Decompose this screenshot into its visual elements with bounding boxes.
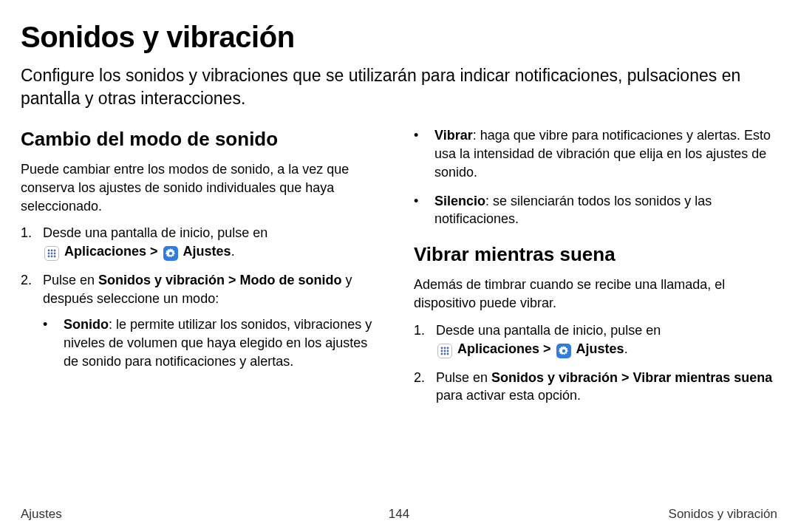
svg-point-10 bbox=[441, 347, 443, 349]
left-step-2: Pulse en Sonidos y vibración > Modo de s… bbox=[21, 271, 384, 381]
mode-list-right: Vibrar: haga que vibre para notificacion… bbox=[414, 126, 777, 228]
right-column: Vibrar: haga que vibre para notificacion… bbox=[414, 126, 777, 415]
left-intro-para: Puede cambiar entre los modos de sonido,… bbox=[21, 160, 384, 215]
right-step1-apps: Aplicaciones bbox=[457, 341, 539, 356]
footer-page-number: 144 bbox=[389, 507, 409, 522]
left-step-1: Desde una pantalla de inicio, pulse en A… bbox=[21, 224, 384, 261]
svg-point-0 bbox=[48, 250, 50, 252]
mode-vibrar-bold: Vibrar bbox=[434, 128, 473, 143]
left-step1-period: . bbox=[231, 244, 235, 259]
right-step2-c: para activar esta opción. bbox=[436, 388, 581, 403]
page-title: Sonidos y vibración bbox=[21, 21, 777, 54]
right-step-2: Pulse en Sonidos y vibración > Vibrar mi… bbox=[414, 369, 777, 406]
svg-point-16 bbox=[441, 352, 443, 355]
svg-point-19 bbox=[562, 349, 565, 352]
apps-icon bbox=[44, 246, 59, 261]
svg-point-11 bbox=[444, 347, 446, 349]
settings-icon bbox=[556, 344, 571, 358]
left-step1-settings: Ajustes bbox=[183, 244, 231, 259]
left-step2-a: Pulse en bbox=[43, 273, 98, 287]
svg-point-12 bbox=[447, 347, 449, 349]
svg-point-3 bbox=[48, 253, 50, 255]
svg-point-18 bbox=[447, 352, 449, 355]
svg-point-1 bbox=[51, 250, 53, 252]
mode-list-left: Sonido: le permite utilizar los sonidos,… bbox=[43, 316, 384, 370]
mode-sonido-rest: : le permite utilizar los sonidos, vibra… bbox=[64, 317, 372, 369]
left-step1-apps: Aplicaciones bbox=[64, 244, 146, 259]
right-step1-sep: > bbox=[539, 341, 555, 356]
left-column: Cambio del modo de sonido Puede cambiar … bbox=[21, 126, 384, 415]
mode-vibrar: Vibrar: haga que vibre para notificacion… bbox=[414, 126, 777, 181]
page-footer: Ajustes 144 Sonidos y vibración bbox=[21, 507, 777, 522]
settings-icon bbox=[163, 246, 178, 261]
right-step2-b: Sonidos y vibración > Vibrar mientras su… bbox=[491, 370, 772, 385]
footer-left: Ajustes bbox=[21, 507, 62, 522]
left-step2-b: Sonidos y vibración > Modo de sonido bbox=[98, 273, 342, 287]
mode-silencio: Silencio: se silenciarán todos los sonid… bbox=[414, 192, 777, 229]
mode-sonido: Sonido: le permite utilizar los sonidos,… bbox=[43, 316, 384, 370]
svg-point-7 bbox=[51, 256, 53, 258]
left-step1-sep: > bbox=[146, 244, 162, 259]
content-columns: Cambio del modo de sonido Puede cambiar … bbox=[21, 126, 777, 415]
svg-point-9 bbox=[168, 252, 171, 255]
heading-vibrar-suena: Vibrar mientras suena bbox=[414, 242, 777, 268]
intro-text: Configure los sonidos y vibraciones que … bbox=[21, 64, 774, 110]
right-intro-para: Además de timbrar cuando se recibe una l… bbox=[414, 276, 777, 313]
right-step-1: Desde una pantalla de inicio, pulse en A… bbox=[414, 321, 777, 358]
right-steps: Desde una pantalla de inicio, pulse en A… bbox=[414, 321, 777, 405]
apps-icon bbox=[437, 344, 452, 358]
svg-point-14 bbox=[444, 349, 446, 352]
left-step1-text: Desde una pantalla de inicio, pulse en bbox=[43, 225, 267, 240]
left-steps: Desde una pantalla de inicio, pulse en A… bbox=[21, 224, 384, 381]
mode-vibrar-rest: : haga que vibre para notificaciones y a… bbox=[434, 128, 771, 180]
right-step1-period: . bbox=[624, 341, 628, 356]
svg-point-8 bbox=[54, 256, 56, 258]
svg-point-13 bbox=[441, 349, 443, 352]
svg-point-4 bbox=[51, 253, 53, 255]
mode-sonido-bold: Sonido bbox=[64, 317, 109, 332]
svg-point-2 bbox=[54, 250, 56, 252]
svg-point-17 bbox=[444, 352, 446, 355]
footer-right: Sonidos y vibración bbox=[669, 507, 777, 522]
svg-point-15 bbox=[447, 349, 449, 352]
right-step2-a: Pulse en bbox=[436, 370, 491, 385]
heading-cambio-modo: Cambio del modo de sonido bbox=[21, 126, 384, 153]
right-step1-settings: Ajustes bbox=[576, 341, 624, 356]
svg-point-6 bbox=[48, 256, 50, 258]
svg-point-5 bbox=[54, 253, 56, 255]
right-step1-text: Desde una pantalla de inicio, pulse en bbox=[436, 323, 661, 338]
mode-silencio-bold: Silencio bbox=[434, 194, 485, 208]
